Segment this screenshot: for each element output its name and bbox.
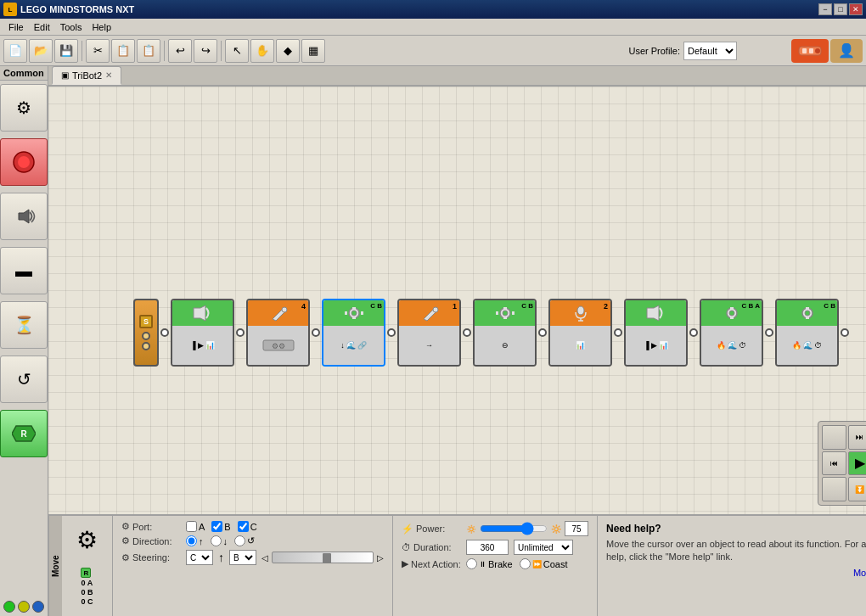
next-action-row: ▶ Next Action: ⏸ Brake ⏩ Coast bbox=[402, 558, 588, 569]
block-mic[interactable]: 2 📊 bbox=[548, 299, 612, 367]
menu-edit[interactable]: Edit bbox=[29, 20, 55, 34]
cut-button[interactable]: ✂ bbox=[86, 39, 110, 63]
redo-button[interactable]: ↪ bbox=[194, 39, 217, 63]
common-label: Common bbox=[0, 66, 48, 81]
robot-button[interactable] bbox=[791, 39, 829, 63]
block-move-2[interactable]: 1 → bbox=[397, 299, 461, 367]
block-gear-cb-selected[interactable]: C B ↓🌊🔗 bbox=[322, 299, 385, 367]
palette-configure[interactable]: ⚙ bbox=[0, 84, 48, 132]
status-light-green bbox=[3, 601, 15, 613]
controller-overlay: ⏭ ⏭ ⏮ ▶ ⏭ ⏬ bbox=[818, 421, 866, 506]
new-button[interactable]: 📄 bbox=[3, 39, 27, 63]
select-tool[interactable]: ↖ bbox=[225, 39, 249, 63]
undo-button[interactable]: ↩ bbox=[168, 39, 192, 63]
grid-tool[interactable]: ▦ bbox=[301, 39, 325, 63]
palette-sound[interactable] bbox=[0, 193, 48, 240]
ctrl-mid-left[interactable]: ⏮ bbox=[822, 451, 846, 476]
dir-forward-icon: ↑ bbox=[199, 536, 204, 546]
palette-timer[interactable]: ⏳ bbox=[0, 301, 48, 349]
tab-tribot2[interactable]: ▣ TriBot2 ✕ bbox=[52, 66, 121, 85]
power-row: ⚡ Power: 🔅 🔆 75 bbox=[402, 521, 588, 536]
menu-help[interactable]: Help bbox=[87, 20, 116, 34]
user-profile-select[interactable]: Default Profile 1 bbox=[683, 42, 737, 60]
svg-rect-37 bbox=[806, 316, 809, 319]
steering-arrow: ↑ bbox=[218, 551, 224, 564]
conn-circle-7 bbox=[614, 328, 622, 337]
dir-backward-radio[interactable] bbox=[211, 535, 222, 546]
tab-icon: ▣ bbox=[61, 70, 69, 80]
brake-radio[interactable] bbox=[466, 558, 477, 569]
palette-start[interactable] bbox=[0, 138, 48, 186]
steering-track[interactable] bbox=[272, 552, 374, 563]
svg-point-10 bbox=[282, 307, 287, 312]
block-bottom-icon-2: ⚙⚙ bbox=[261, 338, 295, 353]
block-sound-1[interactable]: ▐▶📊 bbox=[171, 299, 234, 367]
open-button[interactable]: 📂 bbox=[29, 39, 53, 63]
brake-item: ⏸ Brake bbox=[466, 558, 513, 569]
ctrl-top-mid[interactable]: ⏭ bbox=[848, 425, 866, 450]
maximize-button[interactable]: □ bbox=[834, 3, 847, 15]
dir-forward-radio[interactable] bbox=[186, 535, 197, 546]
palette-wait[interactable]: ▬ bbox=[0, 247, 48, 294]
port-b: 0 B bbox=[81, 588, 93, 596]
dir-rotate-radio[interactable] bbox=[234, 535, 245, 546]
ctrl-play[interactable]: ▶ bbox=[848, 451, 866, 476]
more-help-link[interactable]: More help » bbox=[606, 568, 866, 578]
start-block[interactable]: S bbox=[133, 299, 159, 367]
toolbar: 📄 📂 💾 ✂ 📋 📋 ↩ ↪ ↖ ✋ ◆ ▦ User Profile: De… bbox=[0, 36, 866, 66]
svg-rect-24 bbox=[496, 311, 498, 315]
svg-text:R: R bbox=[20, 429, 27, 439]
tab-close-button[interactable]: ✕ bbox=[105, 70, 112, 80]
steering-stepper: ◁ ▷ bbox=[261, 552, 384, 563]
ctrl-bot-left[interactable] bbox=[822, 477, 846, 501]
coast-radio[interactable] bbox=[520, 558, 531, 569]
port-b-checkbox[interactable] bbox=[211, 521, 222, 532]
user-button[interactable]: 👤 bbox=[830, 39, 863, 63]
steer-left-arrow: ◁ bbox=[261, 553, 268, 563]
palette-action[interactable]: R bbox=[0, 410, 48, 457]
block-sound-2[interactable]: ▐▶📊 bbox=[624, 299, 688, 367]
mic-icon bbox=[568, 304, 593, 322]
palette-loop[interactable]: ↺ bbox=[0, 356, 48, 403]
steering-select-2[interactable]: BAC bbox=[229, 550, 256, 565]
duration-select[interactable]: Unlimited Degrees Rotations Seconds bbox=[514, 540, 573, 555]
right-config-panel: ⚡ Power: 🔅 🔆 75 ⏱ Duration: bbox=[393, 516, 597, 616]
block-gear-cb-last[interactable]: C B 🔥🌊⏱ bbox=[775, 299, 839, 367]
zoom-tool[interactable]: ◆ bbox=[276, 39, 300, 63]
config-gear-icon[interactable]: ⚙ bbox=[76, 526, 98, 554]
bottom-config-icon-area: ⚙ R 0 A 0 B 0 C bbox=[62, 516, 113, 616]
block-bottom-1: ▐▶📊 bbox=[172, 326, 233, 365]
gear-icon-1 bbox=[341, 304, 367, 322]
ctrl-top-left[interactable] bbox=[822, 425, 846, 450]
menu-file[interactable]: File bbox=[3, 20, 29, 34]
chain-connector-4 bbox=[385, 299, 397, 367]
steering-thumb[interactable] bbox=[323, 553, 331, 563]
menu-tools[interactable]: Tools bbox=[55, 20, 87, 34]
canvas-area[interactable]: S bbox=[48, 87, 866, 514]
block-bottom-9: 🔥🌊⏱ bbox=[777, 326, 837, 365]
hand-tool[interactable]: ✋ bbox=[250, 39, 274, 63]
block-gear-cba[interactable]: C B A 🔥🌊⏱ bbox=[700, 299, 763, 367]
block-label-cb2: C B bbox=[521, 302, 533, 310]
wrench-icon-2 bbox=[417, 304, 442, 322]
duration-value[interactable]: 360 bbox=[466, 540, 509, 555]
main-layout: Common ⚙ ▬ ⏳ ↺ R bbox=[0, 66, 866, 616]
bottom-panel: Move ⚙ R 0 A 0 B 0 C ⚙ bbox=[48, 514, 866, 616]
power-slider[interactable] bbox=[480, 523, 548, 535]
block-move-1[interactable]: 4 ⚙⚙ bbox=[246, 299, 310, 367]
close-button[interactable]: ✕ bbox=[849, 3, 863, 15]
port-a-checkbox[interactable] bbox=[186, 521, 197, 532]
port-b-label: B bbox=[224, 522, 230, 532]
steering-select-1[interactable]: CAB bbox=[186, 550, 213, 565]
paste-button[interactable]: 📋 bbox=[137, 39, 160, 63]
save-button[interactable]: 💾 bbox=[54, 39, 78, 63]
ctrl-bot-mid[interactable]: ⏬ bbox=[848, 477, 866, 501]
svg-rect-22 bbox=[503, 307, 507, 310]
copy-button[interactable]: 📋 bbox=[111, 39, 135, 63]
help-text: Move the cursor over an object to read a… bbox=[606, 538, 866, 564]
block-label-cba: C B A bbox=[742, 302, 760, 310]
block-gear-cb-2[interactable]: C B ⊖ bbox=[473, 299, 537, 367]
block-label-cb: C B bbox=[370, 302, 382, 310]
port-c-checkbox[interactable] bbox=[238, 521, 249, 532]
minimize-button[interactable]: − bbox=[818, 3, 832, 15]
